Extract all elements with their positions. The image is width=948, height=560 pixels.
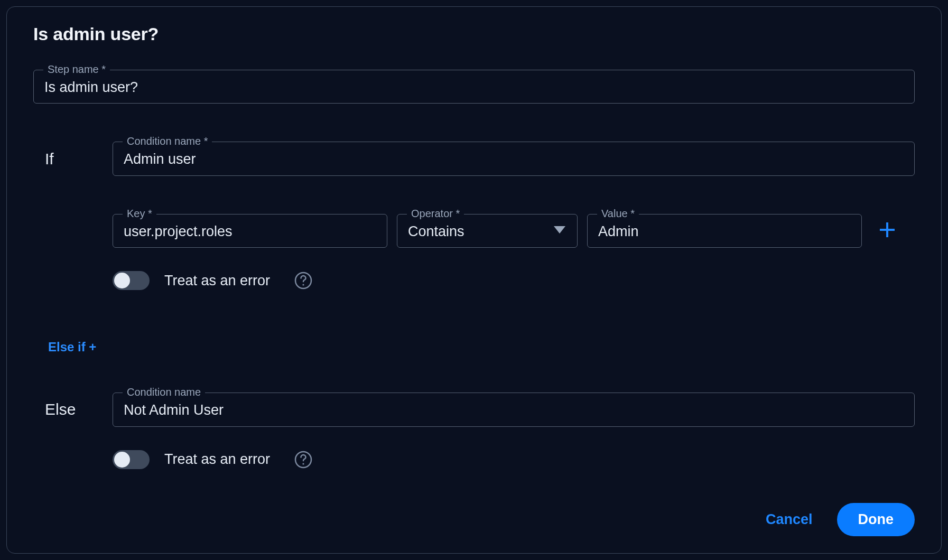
toggle-knob <box>114 273 130 288</box>
done-button[interactable]: Done <box>837 503 915 536</box>
dialog-actions: Cancel Done <box>766 503 915 536</box>
svg-point-6 <box>302 463 304 464</box>
if-key-input[interactable] <box>124 223 376 240</box>
step-name-label: Step name * <box>43 63 110 76</box>
if-value-label: Value * <box>597 208 639 220</box>
if-treat-as-error-toggle[interactable] <box>113 271 150 290</box>
help-icon[interactable] <box>294 272 312 290</box>
if-key-field[interactable]: Key * <box>113 214 387 248</box>
else-condition-name-input[interactable] <box>124 402 904 418</box>
if-treat-as-error-row: Treat as an error <box>113 271 915 290</box>
if-condition-name-label: Condition name * <box>123 135 212 147</box>
step-name-field[interactable]: Step name * <box>33 70 915 104</box>
else-treat-as-error-row: Treat as an error <box>113 450 915 469</box>
else-condition-name-label: Condition name <box>123 386 205 398</box>
else-branch-label: Else <box>33 400 102 418</box>
if-condition-name-input[interactable] <box>124 151 904 167</box>
step-name-input[interactable] <box>44 79 904 96</box>
if-operator-label: Operator * <box>407 208 464 220</box>
svg-point-4 <box>302 284 304 286</box>
else-treat-as-error-label: Treat as an error <box>164 451 270 468</box>
step-editor-dialog: Is admin user? Step name * If Condition … <box>6 6 942 554</box>
if-value-field[interactable]: Value * <box>587 214 862 248</box>
add-condition-button[interactable] <box>871 214 903 248</box>
if-condition-name-field[interactable]: Condition name * <box>113 142 915 175</box>
if-condition-row: If Condition name * <box>33 142 915 175</box>
if-operator-input[interactable] <box>408 223 566 240</box>
if-key-label: Key * <box>123 208 156 220</box>
add-elseif-link[interactable]: Else if + <box>48 340 96 354</box>
if-operator-field[interactable]: Operator * <box>397 214 578 248</box>
else-treat-as-error-toggle[interactable] <box>113 450 150 469</box>
if-value-input[interactable] <box>598 223 851 240</box>
else-condition-row: Else Condition name <box>33 393 915 426</box>
svg-rect-2 <box>880 229 895 231</box>
if-treat-as-error-label: Treat as an error <box>164 273 270 289</box>
cancel-button[interactable]: Cancel <box>766 511 813 528</box>
help-icon[interactable] <box>294 451 312 469</box>
if-condition-expression-row: Key * Operator * Value * <box>113 214 915 248</box>
else-condition-name-field[interactable]: Condition name <box>113 393 915 426</box>
toggle-knob <box>114 452 130 468</box>
if-branch-label: If <box>33 150 102 168</box>
plus-icon <box>879 221 896 240</box>
page-title: Is admin user? <box>33 24 915 44</box>
